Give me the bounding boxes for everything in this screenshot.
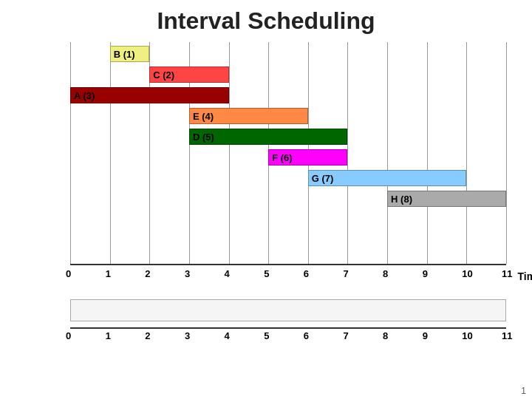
page-number: 1 (521, 386, 526, 396)
bottom-axis-label-11: 11 (502, 330, 512, 341)
bottom-axis-label-8: 8 (383, 330, 388, 341)
bottom-axis-label-10: 10 (462, 330, 472, 341)
axis-label-3: 3 (185, 268, 190, 279)
axis-label-6: 6 (304, 268, 309, 279)
time-label: Time (518, 270, 532, 282)
chart-area: B (1)C (2)A (3)E (4)D (5)F (6)G (7)H (8)… (26, 42, 506, 286)
bottom-axis-label-0: 0 (66, 330, 71, 341)
time-axis: 01234567891011 (70, 264, 506, 286)
axis-label-10: 10 (462, 268, 472, 279)
axis-label-11: 11 (502, 268, 512, 279)
axis-label-2: 2 (145, 268, 150, 279)
bar-label-1: C (2) (153, 69, 174, 81)
grid-line-11 (506, 42, 532, 264)
interval-bar-1: C (2) (149, 66, 228, 83)
bottom-axis-label-6: 6 (304, 330, 309, 341)
bottom-axis: 01234567891011 (70, 327, 506, 344)
axis-label-1: 1 (106, 268, 111, 279)
app: Interval Scheduling B (1)C (2)A (3)E (4)… (0, 0, 532, 399)
bar-label-2: A (3) (74, 90, 95, 101)
bar-label-4: D (5) (193, 132, 214, 143)
interval-bar-6: G (7) (308, 170, 467, 186)
bottom-timeline: 01234567891011 (26, 299, 506, 344)
axis-label-5: 5 (264, 268, 269, 279)
bottom-axis-label-9: 9 (423, 330, 428, 341)
interval-bar-2: A (3) (70, 87, 229, 103)
bar-label-0: B (1) (114, 49, 135, 60)
page-title: Interval Scheduling (0, 0, 532, 42)
axis-label-4: 4 (225, 268, 230, 279)
interval-bar-5: F (6) (268, 149, 347, 166)
bottom-axis-label-1: 1 (106, 330, 111, 341)
bottom-axis-label-7: 7 (343, 330, 348, 341)
axis-label-8: 8 (383, 268, 388, 279)
bar-label-3: E (4) (193, 111, 214, 122)
bottom-axis-label-5: 5 (264, 330, 269, 341)
bar-label-6: G (7) (312, 173, 334, 184)
interval-bar-4: D (5) (189, 129, 348, 145)
interval-bar-7: H (8) (387, 191, 506, 207)
interval-bar-3: E (4) (189, 108, 308, 124)
bottom-axis-label-2: 2 (145, 330, 150, 341)
axis-label-9: 9 (423, 268, 428, 279)
bottom-axis-label-4: 4 (225, 330, 230, 341)
bar-label-7: H (8) (391, 194, 412, 205)
bottom-bar (70, 299, 506, 321)
axis-label-0: 0 (66, 268, 71, 279)
axis-label-7: 7 (343, 268, 348, 279)
interval-bar-0: B (1) (110, 46, 150, 62)
bottom-axis-label-3: 3 (185, 330, 190, 341)
bar-label-5: F (6) (272, 152, 292, 163)
bars-area: B (1)C (2)A (3)E (4)D (5)F (6)G (7)H (8) (70, 42, 506, 264)
